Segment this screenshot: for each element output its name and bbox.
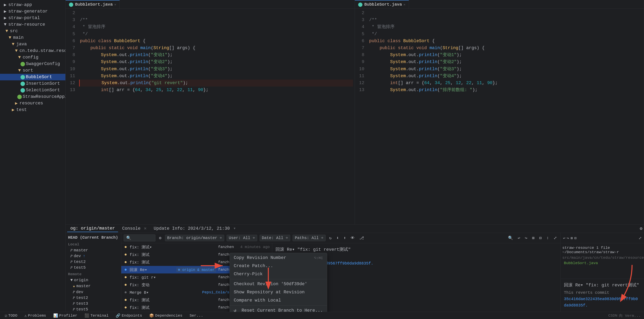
context-menu-cherry-pick[interactable]: Cherry-Pick — [230, 270, 327, 278]
sidebar-item-straw-resource[interactable]: ▼ straw-resource — [0, 21, 66, 28]
status-profiler[interactable]: 📊 Profiler — [52, 313, 79, 318]
undo-icon[interactable]: ↩ — [563, 236, 565, 240]
date-selector[interactable]: Date: All ÷ — [260, 235, 290, 241]
commit-msg: Merge B▾ — [130, 290, 200, 295]
push-icon[interactable]: ⬆ — [342, 235, 347, 241]
branch-remote-test2[interactable]: 𝑃 test2 — [66, 295, 121, 301]
paths-selector[interactable]: Paths: All ÷ — [292, 235, 326, 241]
status-todo[interactable]: ☑ TODO — [3, 313, 19, 318]
branch-remote-origin-label[interactable]: ▼ origin — [66, 277, 121, 283]
chevron-right-icon: ▶ — [3, 3, 7, 7]
sidebar-label: straw-resource — [8, 22, 45, 27]
commit-dot — [125, 284, 126, 286]
filter-icon[interactable]: ⊟ — [538, 235, 543, 241]
tab-bubblesort-left[interactable]: ⬤ BubbleSort.java ✕ — [66, 0, 120, 9]
branch-remote-master[interactable]: ★ master — [66, 283, 121, 289]
columns-icon[interactable]: ⊞ — [571, 236, 573, 240]
code-line: System.out.println("变动2"); — [79, 59, 353, 66]
sidebar-item-src[interactable]: ▼ src — [0, 28, 66, 35]
menu-item-label: Copy Revision Number — [234, 255, 286, 260]
branch-selector[interactable]: Branch: origin/master ÷ — [165, 235, 224, 241]
sidebar-item-bubblesort[interactable]: ⬤ BubbleSort — [0, 74, 66, 80]
code-line: public class BubbleSort { — [79, 38, 353, 45]
context-menu-reset-branch[interactable]: ↺ Reset Current Branch to Here... — [230, 306, 327, 312]
context-menu-checkout[interactable]: Checkout Revision '50df39de' — [230, 280, 327, 288]
tab-console[interactable]: Console ✕ — [119, 225, 150, 232]
tab-bubblesort-right[interactable]: ⬤ BubbleSort.java ✕ — [355, 0, 409, 9]
filter-icon[interactable]: ⊟ — [574, 236, 576, 240]
redo-icon[interactable]: ↪ — [524, 235, 528, 241]
right-status: CSDN 向 Verm... — [608, 313, 641, 318]
fetch-icon[interactable]: ⬇ — [335, 235, 340, 241]
branch-icon: 𝑃 — [70, 254, 72, 258]
sidebar-item-strawapp[interactable]: ⬤ StrawResourceApplication — [0, 94, 66, 100]
sidebar-item-java[interactable]: ▼ java — [0, 41, 66, 48]
sidebar-item-package[interactable]: ▼ cn.tedu.straw.resource — [0, 48, 66, 54]
status-endpoints[interactable]: 🔗 Endpoints — [114, 313, 144, 318]
branch-icon[interactable]: ⎇ — [358, 235, 365, 241]
redo-icon[interactable]: ↪ — [567, 236, 569, 240]
sidebar-item-resources[interactable]: ▶ resources — [0, 100, 66, 107]
endpoints-label: Endpoints — [122, 313, 142, 318]
branch-local-dev[interactable]: 𝑃 dev ↑ — [66, 253, 121, 259]
sidebar-item-main[interactable]: ▼ main — [0, 35, 66, 41]
context-menu-compare-local[interactable]: Compare with Local — [230, 296, 327, 304]
class-icon: ⬤ — [69, 2, 74, 7]
sidebar-item-insertionsort[interactable]: ⬤ InsertionSort — [0, 80, 66, 87]
search-commits-icon[interactable]: 🔍 — [507, 235, 514, 241]
status-dependencies[interactable]: 📦 Dependencies — [148, 313, 184, 318]
sidebar-item-straw-generator[interactable]: ▶ straw-generator — [0, 8, 66, 15]
context-menu-create-patch[interactable]: Create Patch... — [230, 262, 327, 270]
sort-icon[interactable]: ↕ — [545, 235, 550, 241]
sidebar-item-swagger[interactable]: ⬤ SwaggerConfig — [0, 61, 66, 67]
context-menu-show-repo[interactable]: Show Repository at Revision — [230, 288, 327, 296]
commit-row[interactable]: fix: 测试▾ fanzhen 4 minutes ago — [121, 243, 272, 251]
branch-local-test2[interactable]: 𝑃 test2 — [66, 259, 121, 265]
status-terminal[interactable]: ⬛ Terminal — [83, 313, 110, 318]
search-box[interactable]: 🔍 — [124, 234, 156, 241]
close-tab-btn[interactable]: ✕ — [404, 3, 406, 7]
refresh-icon[interactable]: ↻ — [328, 235, 333, 241]
commit-hash-right[interactable]: 35c416dae322435ea0830d9567ff9b0da9d8835f… — [564, 297, 638, 308]
commit-msg: fix: 测试 — [130, 305, 216, 310]
code-content-left[interactable]: /** * 冒泡排序 */ public class BubbleSort { … — [78, 9, 354, 224]
eye-icon[interactable]: 👁 — [350, 235, 356, 241]
close-console-btn[interactable]: ✕ — [144, 226, 146, 231]
tab-update-info[interactable]: Update Info: 2024/3/12, 21:30 ▾ — [150, 225, 239, 232]
class-icon: ⬤ — [358, 2, 363, 7]
sidebar-item-config[interactable]: ▼ config — [0, 54, 66, 61]
branch-local-test5[interactable]: 𝑃 test5 — [66, 265, 121, 270]
sidebar-label: straw-portal — [8, 16, 40, 21]
change-file-item[interactable]: BubbleSort.java — [562, 260, 642, 266]
code-content-right[interactable]: /** * 冒泡排序 */ public class BubbleSort { … — [367, 9, 644, 224]
undo-icon[interactable]: ↩ — [516, 235, 521, 241]
settings-icon[interactable]: ⚙ — [158, 235, 162, 241]
settings-icon[interactable]: ⚙ — [640, 226, 642, 231]
branch-name: master — [76, 284, 91, 288]
branch-local-master[interactable]: 𝑃 master — [66, 247, 121, 253]
tab-git-log[interactable]: og: origin/master — [67, 225, 118, 232]
branch-remote-test3[interactable]: 𝑃 test3 — [66, 301, 121, 306]
context-menu-copy-revision[interactable]: Copy Revision Number ⌥⇧⌘C — [230, 254, 327, 262]
sidebar-item-straw-portal[interactable]: ▶ straw-portal — [0, 15, 66, 21]
sidebar-item-sort-folder[interactable]: ▼ sort — [0, 67, 66, 74]
sidebar-item-selectionsort[interactable]: ⬤ SelectionSort — [0, 87, 66, 94]
commit-dot — [125, 299, 126, 301]
code-line: /** — [79, 17, 353, 24]
profiler-icon: 📊 — [53, 313, 58, 318]
branch-icon: 𝑃 — [73, 296, 75, 300]
close-tab-btn[interactable]: ✕ — [114, 3, 116, 7]
expand-icon[interactable]: ⤢ — [639, 236, 642, 240]
problems-label: Problems — [28, 313, 46, 318]
branch-remote-dev[interactable]: 𝑃 dev — [66, 289, 121, 295]
folder-icon: ▶ — [14, 101, 18, 105]
status-problems[interactable]: ⚠ Problems — [23, 313, 48, 318]
branch-remote-test5[interactable]: 𝑃 test5 — [66, 306, 121, 312]
columns-icon[interactable]: ⊞ — [531, 235, 536, 241]
sidebar-item-test[interactable]: ▶ test — [0, 107, 66, 113]
user-selector[interactable]: User: All ÷ — [226, 235, 257, 241]
sidebar-item-straw-app[interactable]: ▶ straw-app — [0, 2, 66, 8]
sidebar-label: sort — [23, 68, 33, 73]
status-ser[interactable]: Ser... — [188, 313, 205, 318]
expand-icon[interactable]: ⤢ — [552, 235, 558, 241]
